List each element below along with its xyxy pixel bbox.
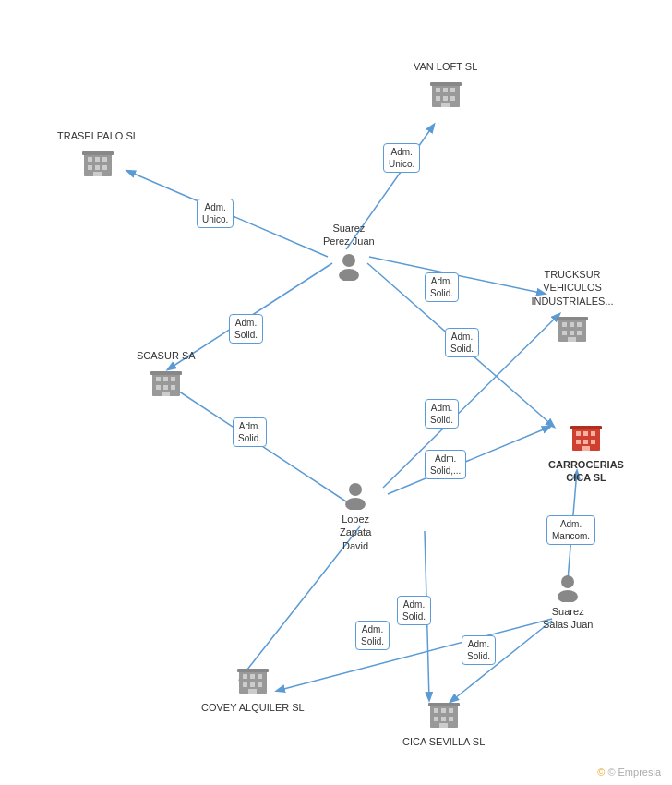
svg-rect-35: [562, 331, 567, 335]
cica-sevilla-node: CICA SEVILLA SL: [402, 697, 485, 748]
suarez-perez-node: SuarezPerez Juan: [323, 222, 375, 281]
svg-rect-36: [570, 331, 574, 335]
svg-rect-62: [243, 682, 247, 687]
lopez-zapata-icon: [341, 480, 370, 510]
svg-rect-29: [93, 172, 102, 176]
suarez-perez-label: SuarezPerez Juan: [323, 222, 375, 248]
svg-rect-23: [88, 157, 92, 162]
svg-rect-16: [450, 88, 455, 92]
badge-adm-solid-4: Adm.Solid.: [233, 417, 267, 447]
svg-rect-28: [102, 165, 107, 170]
svg-rect-52: [591, 431, 595, 436]
svg-rect-70: [449, 708, 453, 713]
svg-rect-74: [439, 723, 448, 728]
svg-rect-72: [441, 717, 446, 721]
svg-rect-24: [95, 157, 100, 162]
suarez-salas-node: SuarezSalas Juan: [543, 573, 593, 632]
svg-rect-34: [577, 322, 582, 327]
covey-node: COVEY ALQUILER SL: [201, 663, 305, 714]
covey-label: COVEY ALQUILER SL: [201, 701, 305, 714]
van-loft-icon: [428, 77, 463, 112]
cica-sevilla-label: CICA SEVILLA SL: [402, 735, 485, 748]
traselpalo-icon: [80, 146, 115, 181]
svg-rect-17: [436, 96, 440, 101]
svg-rect-73: [449, 717, 453, 721]
copyright-symbol: ©: [597, 767, 605, 778]
badge-adm-solid-1: Adm.Solid.: [425, 272, 459, 302]
svg-rect-41: [156, 377, 161, 381]
svg-rect-54: [583, 440, 588, 444]
badge-adm-solid-3: Adm.Solid.: [229, 314, 263, 344]
svg-point-81: [558, 590, 578, 602]
badge-adm-solid-5: Adm.Solid.: [425, 399, 459, 429]
svg-rect-48: [150, 371, 182, 375]
svg-rect-53: [576, 440, 581, 444]
svg-rect-75: [428, 703, 460, 706]
badge-adm-mancom: Adm.Mancom.: [546, 515, 595, 545]
scasur-label: SCASUR SA: [137, 349, 196, 362]
badge-adm-solid-9: Adm.Solid.: [462, 635, 496, 665]
carrocerias-node: CARROCERIAS CICA SL: [545, 420, 628, 485]
cica-sevilla-icon: [426, 697, 462, 732]
svg-rect-51: [583, 431, 588, 436]
trucksur-icon: [555, 311, 590, 346]
svg-rect-21: [430, 82, 462, 86]
svg-rect-59: [243, 674, 247, 679]
svg-rect-56: [582, 446, 590, 451]
van-loft-label: VAN LOFT SL: [414, 60, 477, 73]
carrocerias-label: CARROCERIAS CICA SL: [545, 458, 628, 485]
svg-rect-47: [162, 392, 170, 396]
svg-rect-50: [576, 431, 581, 436]
traselpalo-node: TRASELPALO SL: [57, 129, 138, 181]
svg-rect-69: [441, 708, 446, 713]
suarez-perez-icon: [334, 251, 364, 281]
scasur-node: SCASUR SA: [137, 349, 196, 401]
badge-adm-solid-6: Adm.Solid,...: [425, 450, 466, 479]
svg-rect-38: [568, 337, 576, 342]
svg-rect-42: [163, 377, 168, 381]
badge-adm-unico-2: Adm.Unico.: [197, 199, 234, 228]
trucksur-node: TRUCKSUR VEHICULOS INDUSTRIALES...: [531, 268, 614, 346]
badge-adm-solid-7: Adm.Solid.: [397, 596, 431, 625]
svg-rect-65: [248, 689, 257, 694]
svg-rect-26: [88, 165, 92, 170]
badge-adm-unico-1: Adm.Unico.: [383, 143, 420, 173]
svg-rect-64: [258, 682, 262, 687]
watermark-text: © Empresia: [607, 767, 661, 778]
svg-rect-61: [258, 674, 262, 679]
svg-rect-18: [443, 96, 448, 101]
lopez-zapata-node: LopezZapataDavid: [340, 480, 371, 552]
svg-rect-14: [436, 88, 440, 92]
covey-icon: [235, 663, 270, 698]
van-loft-node: VAN LOFT SL: [414, 60, 477, 112]
svg-rect-25: [102, 157, 107, 162]
carrocerias-icon: [569, 420, 604, 455]
badge-adm-solid-2: Adm.Solid.: [445, 328, 479, 357]
svg-line-11: [277, 619, 552, 691]
svg-point-77: [339, 269, 359, 281]
svg-rect-63: [250, 682, 255, 687]
svg-rect-46: [171, 385, 175, 390]
svg-rect-20: [441, 103, 450, 107]
watermark: © © Empresia: [597, 767, 661, 778]
svg-rect-37: [577, 331, 582, 335]
svg-point-79: [345, 498, 366, 510]
svg-rect-32: [562, 322, 567, 327]
svg-rect-57: [570, 426, 602, 429]
svg-rect-30: [82, 151, 114, 155]
svg-rect-45: [163, 385, 168, 390]
svg-rect-33: [570, 322, 574, 327]
svg-rect-68: [434, 708, 438, 713]
suarez-salas-label: SuarezSalas Juan: [543, 605, 593, 632]
svg-rect-43: [171, 377, 175, 381]
svg-point-80: [561, 575, 574, 588]
svg-rect-66: [237, 669, 269, 672]
svg-point-78: [349, 483, 362, 496]
svg-rect-55: [591, 440, 595, 444]
suarez-salas-icon: [553, 573, 582, 602]
svg-rect-39: [557, 317, 588, 320]
trucksur-label: TRUCKSUR VEHICULOS INDUSTRIALES...: [531, 268, 614, 308]
lopez-zapata-label: LopezZapataDavid: [340, 513, 371, 552]
scasur-icon: [149, 366, 184, 401]
svg-rect-44: [156, 385, 161, 390]
